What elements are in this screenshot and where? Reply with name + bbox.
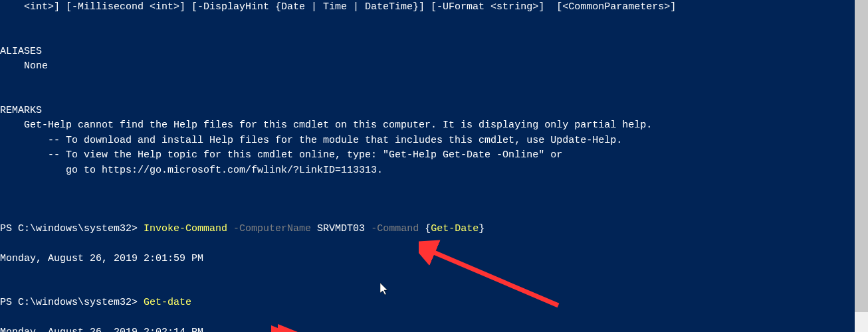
arg-computername: SRVMDT03	[311, 223, 365, 234]
blank	[0, 74, 855, 89]
scrollbar-track[interactable]	[855, 0, 868, 332]
blank	[0, 237, 855, 252]
remarks-line-2: -- To download and install Help files fo…	[0, 133, 855, 149]
prompt-prefix: PS C:\windows\system32>	[0, 223, 144, 234]
cursor-icon	[380, 283, 389, 295]
output-2: Monday, August 26, 2019 2:02:14 PM	[0, 325, 855, 333]
prompt-prefix: PS C:\windows\system32>	[0, 297, 144, 308]
output-1: Monday, August 26, 2019 2:01:59 PM	[0, 252, 855, 267]
aliases-body: None	[0, 59, 855, 74]
cmdlet-name: Invoke-Command	[144, 223, 227, 234]
remarks-line-4: go to https://go.microsoft.com/fwlink/?L…	[0, 163, 855, 179]
cmdlet-name: Get-date	[144, 297, 191, 308]
blank	[0, 266, 855, 281]
syntax-line: <int>] [-Millisecond <int>] [-DisplayHin…	[0, 0, 855, 15]
param-computername: -ComputerName	[227, 223, 311, 234]
command-line-1: PS C:\windows\system32> Invoke-Command -…	[0, 222, 855, 237]
aliases-heading: ALIASES	[0, 44, 855, 60]
command-line-2: PS C:\windows\system32> Get-date	[0, 295, 855, 311]
inner-cmdlet: Get-Date	[431, 223, 479, 234]
param-command: -Command	[365, 223, 419, 234]
scrollbar-thumb[interactable]	[855, 0, 868, 312]
blank	[0, 311, 855, 325]
brace-close: }	[479, 223, 485, 234]
blank	[0, 193, 855, 207]
terminal-content[interactable]: <int>] [-Millisecond <int>] [-DisplayHin…	[0, 0, 855, 332]
brace-open: {	[419, 223, 431, 234]
blank	[0, 178, 855, 193]
remarks-line-3: -- To view the Help topic for this cmdle…	[0, 148, 855, 163]
blank	[0, 15, 855, 30]
blank	[0, 281, 855, 295]
blank	[0, 207, 855, 222]
blank	[0, 89, 855, 104]
remarks-line-1: Get-Help cannot find the Help files for …	[0, 118, 855, 133]
blank	[0, 30, 855, 44]
remarks-heading: REMARKS	[0, 104, 855, 119]
